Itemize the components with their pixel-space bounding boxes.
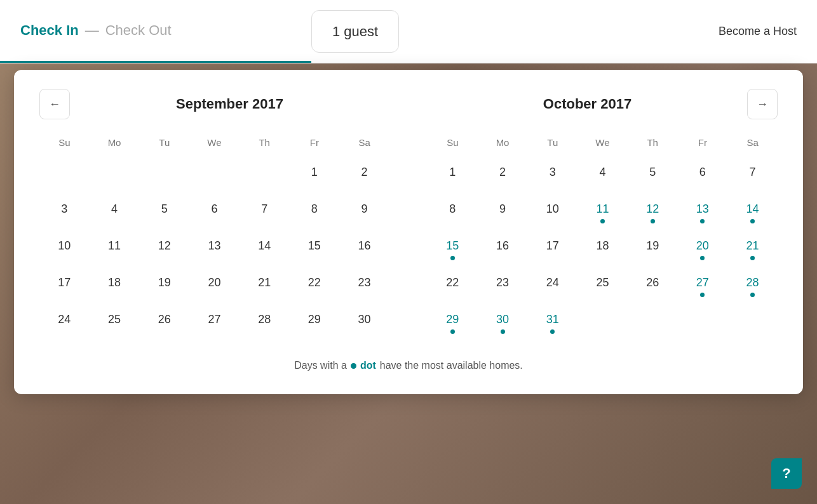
- availability-dot: [700, 293, 705, 297]
- calendar-day[interactable]: 22: [300, 272, 328, 291]
- calendar-day[interactable]: 6: [689, 162, 717, 180]
- day-number: 25: [596, 275, 609, 291]
- checkin-label: Check In: [20, 22, 79, 39]
- calendar-day[interactable]: 8: [300, 199, 328, 217]
- calendar-day[interactable]: 17: [539, 235, 567, 254]
- day-of-week-header: Th: [240, 137, 290, 158]
- checkout-label: Check Out: [105, 22, 172, 39]
- calendar-day[interactable]: 30: [351, 309, 379, 328]
- day-number: 19: [646, 238, 659, 254]
- calendar-day[interactable]: 24: [539, 272, 567, 291]
- calendar-day[interactable]: 7: [739, 162, 767, 180]
- day-number: 7: [261, 201, 267, 217]
- guest-tab[interactable]: 1 guest: [311, 10, 399, 53]
- availability-dot: [651, 219, 655, 223]
- availability-dot: [750, 219, 755, 223]
- calendar-day[interactable]: 2: [489, 162, 517, 180]
- calendar-day[interactable]: 10: [539, 199, 567, 217]
- calendar-day[interactable]: 4: [100, 199, 128, 217]
- calendar-day[interactable]: 23: [351, 272, 379, 291]
- day-number: 23: [496, 275, 509, 291]
- calendar-left: ← September 2017 SuMoTuWeThFrSa 12345678…: [39, 89, 389, 342]
- calendar-day[interactable]: 15: [438, 235, 466, 260]
- calendar-day[interactable]: 4: [588, 162, 616, 180]
- calendar-day[interactable]: 12: [638, 199, 666, 223]
- calendar-day[interactable]: 29: [438, 309, 466, 334]
- availability-dot: [501, 329, 505, 334]
- prev-month-button[interactable]: ←: [39, 89, 70, 119]
- calendar-day[interactable]: 5: [638, 162, 666, 180]
- day-number: 15: [446, 238, 459, 254]
- calendar-day[interactable]: 3: [539, 162, 567, 180]
- day-number: 6: [699, 164, 706, 180]
- calendar-day[interactable]: 5: [151, 199, 179, 217]
- topbar: Check In — Check Out 1 guest Become a Ho…: [0, 0, 817, 63]
- calendar-day[interactable]: 20: [689, 235, 717, 260]
- calendar-day[interactable]: 8: [438, 199, 466, 217]
- calendar-day[interactable]: 31: [539, 309, 567, 334]
- day-number: 29: [446, 312, 459, 328]
- calendar-day[interactable]: 18: [100, 272, 128, 291]
- calendar-day[interactable]: 11: [100, 235, 128, 254]
- calendar-day[interactable]: 20: [200, 272, 228, 291]
- calendar-day[interactable]: 14: [739, 199, 767, 223]
- day-number: 30: [496, 312, 509, 328]
- calendar-day[interactable]: 26: [151, 309, 179, 328]
- day-number: 17: [58, 275, 71, 291]
- calendar-day[interactable]: 9: [351, 199, 379, 217]
- calendar-day[interactable]: 28: [250, 309, 278, 328]
- day-number: 23: [358, 275, 371, 291]
- day-number: 21: [746, 238, 759, 254]
- day-number: 7: [750, 164, 756, 180]
- calendar-day[interactable]: 24: [50, 309, 78, 328]
- calendar-day[interactable]: 9: [489, 199, 517, 217]
- right-calendar-title: October 2017: [428, 96, 747, 112]
- calendars-row: ← September 2017 SuMoTuWeThFrSa 12345678…: [39, 89, 778, 342]
- calendar-day[interactable]: 27: [689, 272, 717, 297]
- day-of-week-header: Fr: [678, 137, 728, 158]
- calendar-day[interactable]: 16: [351, 235, 379, 254]
- calendar-day[interactable]: 28: [739, 272, 767, 297]
- calendar-dropdown: ← September 2017 SuMoTuWeThFrSa 12345678…: [14, 70, 803, 394]
- legend-dot-word: dot: [360, 360, 376, 371]
- calendar-day[interactable]: 1: [438, 162, 466, 180]
- day-number: 18: [596, 238, 609, 254]
- calendar-day[interactable]: 13: [200, 235, 228, 254]
- calendar-day[interactable]: 21: [739, 235, 767, 260]
- calendar-day[interactable]: 11: [588, 199, 616, 223]
- calendar-day[interactable]: 16: [489, 235, 517, 254]
- calendar-day[interactable]: 27: [200, 309, 228, 328]
- next-month-button[interactable]: →: [747, 89, 778, 119]
- calendar-day[interactable]: 23: [489, 272, 517, 291]
- calendar-day[interactable]: 7: [250, 199, 278, 217]
- calendar-day[interactable]: 17: [50, 272, 78, 291]
- day-number: 10: [546, 201, 559, 217]
- day-number: 14: [746, 201, 759, 217]
- calendar-day[interactable]: 13: [689, 199, 717, 223]
- calendar-day[interactable]: 14: [250, 235, 278, 254]
- calendar-day[interactable]: 21: [250, 272, 278, 291]
- day-number: 28: [258, 312, 271, 328]
- become-host-link[interactable]: Become a Host: [698, 0, 817, 63]
- calendar-day[interactable]: 15: [300, 235, 328, 254]
- calendar-day[interactable]: 25: [100, 309, 128, 328]
- calendar-day[interactable]: 30: [489, 309, 517, 334]
- calendar-day[interactable]: 6: [200, 199, 228, 217]
- calendar-day[interactable]: 29: [300, 309, 328, 328]
- day-number: 27: [696, 275, 709, 291]
- checkin-tab[interactable]: Check In — Check Out: [0, 0, 311, 63]
- help-button[interactable]: ?: [771, 458, 802, 489]
- day-number: 5: [649, 164, 656, 180]
- calendar-day[interactable]: 22: [438, 272, 466, 291]
- day-number: 3: [550, 164, 556, 180]
- calendar-day[interactable]: 2: [351, 162, 379, 180]
- calendar-day[interactable]: 25: [588, 272, 616, 291]
- calendar-day[interactable]: 1: [300, 162, 328, 180]
- calendar-day[interactable]: 12: [151, 235, 179, 254]
- calendar-day[interactable]: 18: [588, 235, 616, 254]
- calendar-day[interactable]: 26: [638, 272, 666, 291]
- calendar-day[interactable]: 19: [151, 272, 179, 291]
- calendar-day[interactable]: 10: [50, 235, 78, 254]
- calendar-day[interactable]: 19: [638, 235, 666, 254]
- calendar-day[interactable]: 3: [50, 199, 78, 217]
